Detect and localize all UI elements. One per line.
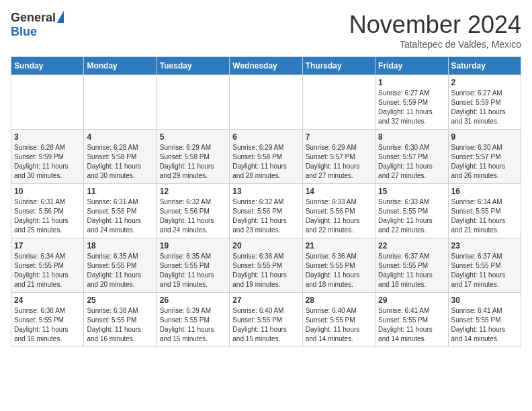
calendar-day-cell: 30Sunrise: 6:41 AM Sunset: 5:55 PM Dayli… bbox=[448, 293, 521, 347]
month-title: November 2024 bbox=[349, 11, 521, 39]
calendar-day-cell: 11Sunrise: 6:31 AM Sunset: 5:56 PM Dayli… bbox=[84, 184, 157, 238]
calendar-day-cell: 22Sunrise: 6:37 AM Sunset: 5:55 PM Dayli… bbox=[375, 238, 448, 293]
day-number: 30 bbox=[451, 295, 518, 305]
day-number: 9 bbox=[451, 132, 518, 142]
day-info: Sunrise: 6:35 AM Sunset: 5:55 PM Dayligh… bbox=[160, 252, 226, 289]
day-number: 18 bbox=[87, 241, 153, 250]
calendar-day-cell: 6Sunrise: 6:29 AM Sunset: 5:58 PM Daylig… bbox=[230, 130, 302, 184]
day-number: 25 bbox=[87, 295, 153, 305]
calendar-day-cell: 18Sunrise: 6:35 AM Sunset: 5:55 PM Dayli… bbox=[84, 238, 157, 293]
calendar-day-cell: 24Sunrise: 6:38 AM Sunset: 5:55 PM Dayli… bbox=[11, 293, 84, 347]
calendar-day-cell bbox=[84, 75, 157, 130]
calendar-week-row: 24Sunrise: 6:38 AM Sunset: 5:55 PM Dayli… bbox=[11, 293, 521, 347]
calendar-day-cell bbox=[157, 75, 229, 130]
day-info: Sunrise: 6:37 AM Sunset: 5:55 PM Dayligh… bbox=[378, 252, 445, 289]
day-info: Sunrise: 6:40 AM Sunset: 5:55 PM Dayligh… bbox=[306, 306, 372, 344]
day-number: 5 bbox=[160, 132, 226, 142]
calendar-day-cell: 12Sunrise: 6:32 AM Sunset: 5:56 PM Dayli… bbox=[157, 184, 229, 238]
day-info: Sunrise: 6:27 AM Sunset: 5:59 PM Dayligh… bbox=[378, 89, 445, 126]
day-of-week-header: Sunday bbox=[11, 57, 84, 75]
day-info: Sunrise: 6:30 AM Sunset: 5:57 PM Dayligh… bbox=[378, 143, 445, 181]
day-number: 15 bbox=[378, 187, 445, 196]
day-number: 27 bbox=[232, 295, 299, 305]
day-info: Sunrise: 6:28 AM Sunset: 5:59 PM Dayligh… bbox=[14, 143, 81, 181]
day-number: 6 bbox=[232, 132, 299, 142]
calendar-week-row: 1Sunrise: 6:27 AM Sunset: 5:59 PM Daylig… bbox=[11, 75, 521, 130]
day-number: 13 bbox=[232, 187, 299, 196]
calendar-day-cell: 21Sunrise: 6:36 AM Sunset: 5:55 PM Dayli… bbox=[302, 238, 375, 293]
day-info: Sunrise: 6:32 AM Sunset: 5:56 PM Dayligh… bbox=[160, 197, 226, 235]
days-of-week-row: SundayMondayTuesdayWednesdayThursdayFrid… bbox=[11, 57, 521, 75]
day-info: Sunrise: 6:29 AM Sunset: 5:58 PM Dayligh… bbox=[232, 143, 299, 181]
day-number: 17 bbox=[14, 241, 81, 250]
day-info: Sunrise: 6:40 AM Sunset: 5:55 PM Dayligh… bbox=[232, 306, 299, 344]
day-of-week-header: Thursday bbox=[302, 57, 375, 75]
calendar-day-cell: 2Sunrise: 6:27 AM Sunset: 5:59 PM Daylig… bbox=[448, 75, 521, 130]
day-of-week-header: Friday bbox=[375, 57, 448, 75]
day-info: Sunrise: 6:28 AM Sunset: 5:58 PM Dayligh… bbox=[87, 143, 153, 181]
day-info: Sunrise: 6:31 AM Sunset: 5:56 PM Dayligh… bbox=[87, 197, 153, 235]
calendar-day-cell: 17Sunrise: 6:34 AM Sunset: 5:55 PM Dayli… bbox=[11, 238, 84, 293]
calendar-week-row: 10Sunrise: 6:31 AM Sunset: 5:56 PM Dayli… bbox=[11, 184, 521, 238]
day-number: 24 bbox=[14, 295, 81, 305]
location-subtitle: Tataltepec de Valdes, Mexico bbox=[349, 39, 521, 50]
day-info: Sunrise: 6:27 AM Sunset: 5:59 PM Dayligh… bbox=[451, 89, 518, 126]
day-info: Sunrise: 6:29 AM Sunset: 5:58 PM Dayligh… bbox=[160, 143, 226, 181]
calendar-week-row: 3Sunrise: 6:28 AM Sunset: 5:59 PM Daylig… bbox=[11, 130, 521, 184]
day-info: Sunrise: 6:37 AM Sunset: 5:55 PM Dayligh… bbox=[451, 252, 518, 289]
calendar-day-cell: 14Sunrise: 6:33 AM Sunset: 5:56 PM Dayli… bbox=[302, 184, 375, 238]
logo: General Blue bbox=[11, 11, 64, 39]
day-info: Sunrise: 6:29 AM Sunset: 5:57 PM Dayligh… bbox=[306, 143, 372, 181]
day-of-week-header: Tuesday bbox=[157, 57, 229, 75]
day-number: 22 bbox=[378, 241, 445, 250]
calendar-day-cell bbox=[230, 75, 302, 130]
day-info: Sunrise: 6:32 AM Sunset: 5:56 PM Dayligh… bbox=[232, 197, 299, 235]
day-number: 29 bbox=[378, 295, 445, 305]
day-of-week-header: Saturday bbox=[448, 57, 521, 75]
day-number: 14 bbox=[306, 187, 372, 196]
day-number: 1 bbox=[378, 78, 445, 87]
calendar-day-cell: 27Sunrise: 6:40 AM Sunset: 5:55 PM Dayli… bbox=[230, 293, 302, 347]
day-number: 16 bbox=[451, 187, 518, 196]
calendar-body: 1Sunrise: 6:27 AM Sunset: 5:59 PM Daylig… bbox=[11, 75, 521, 347]
day-info: Sunrise: 6:41 AM Sunset: 5:55 PM Dayligh… bbox=[378, 306, 445, 344]
day-number: 21 bbox=[306, 241, 372, 250]
calendar-day-cell: 15Sunrise: 6:33 AM Sunset: 5:55 PM Dayli… bbox=[375, 184, 448, 238]
calendar-day-cell: 26Sunrise: 6:39 AM Sunset: 5:55 PM Dayli… bbox=[157, 293, 229, 347]
calendar-day-cell bbox=[302, 75, 375, 130]
day-info: Sunrise: 6:34 AM Sunset: 5:55 PM Dayligh… bbox=[14, 252, 81, 289]
day-info: Sunrise: 6:39 AM Sunset: 5:55 PM Dayligh… bbox=[160, 306, 226, 344]
day-info: Sunrise: 6:38 AM Sunset: 5:55 PM Dayligh… bbox=[87, 306, 153, 344]
day-number: 23 bbox=[451, 241, 518, 250]
day-number: 7 bbox=[306, 132, 372, 142]
logo-triangle-icon bbox=[57, 11, 64, 23]
day-info: Sunrise: 6:38 AM Sunset: 5:55 PM Dayligh… bbox=[14, 306, 81, 344]
day-of-week-header: Monday bbox=[84, 57, 157, 75]
calendar-day-cell: 1Sunrise: 6:27 AM Sunset: 5:59 PM Daylig… bbox=[375, 75, 448, 130]
day-info: Sunrise: 6:41 AM Sunset: 5:55 PM Dayligh… bbox=[451, 306, 518, 344]
day-number: 2 bbox=[451, 78, 518, 87]
logo-blue-text: Blue bbox=[11, 25, 37, 39]
calendar-day-cell: 10Sunrise: 6:31 AM Sunset: 5:56 PM Dayli… bbox=[11, 184, 84, 238]
calendar-day-cell: 23Sunrise: 6:37 AM Sunset: 5:55 PM Dayli… bbox=[448, 238, 521, 293]
calendar-day-cell: 13Sunrise: 6:32 AM Sunset: 5:56 PM Dayli… bbox=[230, 184, 302, 238]
day-number: 3 bbox=[14, 132, 81, 142]
day-info: Sunrise: 6:36 AM Sunset: 5:55 PM Dayligh… bbox=[232, 252, 299, 289]
day-info: Sunrise: 6:33 AM Sunset: 5:55 PM Dayligh… bbox=[378, 197, 445, 235]
calendar-day-cell: 19Sunrise: 6:35 AM Sunset: 5:55 PM Dayli… bbox=[157, 238, 229, 293]
day-info: Sunrise: 6:30 AM Sunset: 5:57 PM Dayligh… bbox=[451, 143, 518, 181]
page-header: General Blue November 2024 Tataltepec de… bbox=[11, 11, 521, 50]
day-number: 20 bbox=[232, 241, 299, 250]
day-info: Sunrise: 6:35 AM Sunset: 5:55 PM Dayligh… bbox=[87, 252, 153, 289]
day-info: Sunrise: 6:34 AM Sunset: 5:55 PM Dayligh… bbox=[451, 197, 518, 235]
calendar-day-cell: 5Sunrise: 6:29 AM Sunset: 5:58 PM Daylig… bbox=[157, 130, 229, 184]
calendar-header: SundayMondayTuesdayWednesdayThursdayFrid… bbox=[11, 57, 521, 75]
day-number: 19 bbox=[160, 241, 226, 250]
day-info: Sunrise: 6:33 AM Sunset: 5:56 PM Dayligh… bbox=[306, 197, 372, 235]
calendar-day-cell: 28Sunrise: 6:40 AM Sunset: 5:55 PM Dayli… bbox=[302, 293, 375, 347]
day-number: 26 bbox=[160, 295, 226, 305]
title-section: November 2024 Tataltepec de Valdes, Mexi… bbox=[349, 11, 521, 50]
day-number: 10 bbox=[14, 187, 81, 196]
calendar-day-cell: 20Sunrise: 6:36 AM Sunset: 5:55 PM Dayli… bbox=[230, 238, 302, 293]
calendar-table: SundayMondayTuesdayWednesdayThursdayFrid… bbox=[11, 56, 521, 347]
